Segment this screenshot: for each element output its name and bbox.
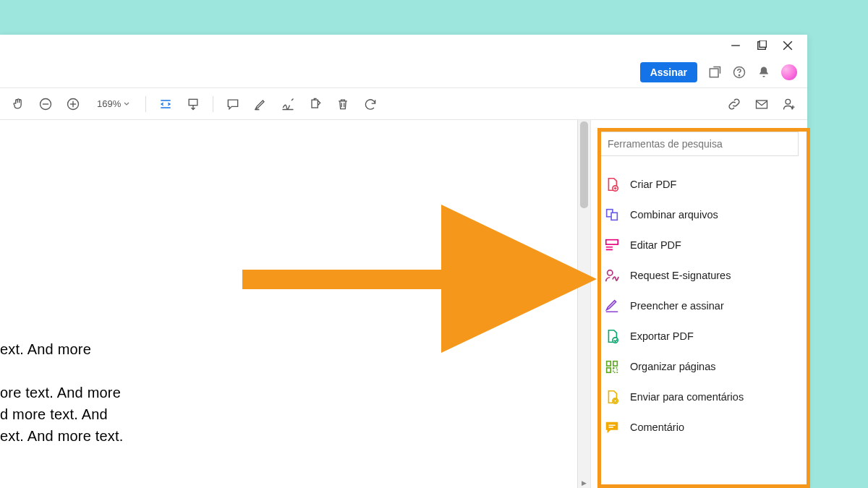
- help-icon[interactable]: [732, 65, 746, 80]
- zoom-in-icon[interactable]: [65, 96, 81, 112]
- zoom-level[interactable]: 169%: [93, 97, 134, 111]
- comment-icon[interactable]: [225, 96, 241, 112]
- fit-page-icon[interactable]: [185, 96, 201, 112]
- close-button[interactable]: [783, 40, 793, 51]
- tool-label: Preencher e assinar: [630, 300, 724, 312]
- svg-point-21: [608, 270, 613, 275]
- tool-label: Criar PDF: [630, 179, 676, 190]
- maximize-button[interactable]: [757, 40, 767, 51]
- tool-label: Editar PDF: [630, 239, 681, 251]
- svg-point-16: [786, 99, 791, 104]
- svg-rect-14: [312, 100, 318, 108]
- highlight-icon[interactable]: [252, 96, 268, 112]
- export-icon: [604, 328, 620, 344]
- tool-fill-sign[interactable]: Preencher e assinar: [600, 291, 799, 321]
- svg-rect-19: [611, 213, 617, 220]
- document-text: ext. And more ore text. And more d more …: [0, 338, 124, 447]
- tool-send-comments[interactable]: Enviar para comentários: [600, 382, 799, 412]
- svg-rect-2: [760, 40, 766, 47]
- tool-export[interactable]: Exportar PDF: [600, 321, 799, 351]
- redo-icon[interactable]: [362, 96, 378, 112]
- zoom-out-icon[interactable]: [38, 96, 54, 112]
- tool-request-sign[interactable]: Request E-signatures: [600, 260, 799, 291]
- separator: [145, 96, 146, 112]
- organize-icon: [604, 359, 620, 374]
- add-person-icon[interactable]: [781, 96, 797, 112]
- svg-rect-13: [189, 99, 197, 105]
- separator: [213, 96, 213, 112]
- svg-rect-15: [757, 100, 767, 108]
- topbar: Assinar: [0, 56, 807, 88]
- bell-icon[interactable]: [757, 65, 771, 80]
- edit-pdf-icon: [604, 237, 620, 253]
- tool-combine[interactable]: Combinar arquivos: [600, 200, 799, 230]
- minimize-button[interactable]: [731, 40, 741, 51]
- zoom-value: 169%: [97, 98, 121, 109]
- svg-rect-25: [607, 368, 611, 372]
- request-sign-icon: [604, 267, 620, 283]
- tool-label: Enviar para comentários: [630, 391, 744, 403]
- tool-edit[interactable]: Editar PDF: [600, 230, 799, 260]
- svg-rect-24: [613, 361, 618, 366]
- document-area[interactable]: ext. And more ore text. And more d more …: [0, 120, 577, 488]
- tool-create-pdf[interactable]: Criar PDF: [600, 169, 799, 200]
- email-icon[interactable]: [754, 96, 770, 112]
- tool-comment[interactable]: Comentário: [600, 412, 799, 442]
- hand-tool-icon[interactable]: [10, 96, 26, 112]
- svg-rect-23: [607, 361, 611, 366]
- tool-organize[interactable]: Organizar páginas: [600, 351, 799, 382]
- svg-point-7: [739, 74, 739, 75]
- tool-label: Organizar páginas: [630, 361, 716, 372]
- share-icon[interactable]: [707, 65, 722, 80]
- sign-icon[interactable]: [280, 96, 296, 112]
- tool-label: Exportar PDF: [630, 330, 694, 342]
- fill-sign-icon: [604, 298, 620, 314]
- svg-rect-5: [710, 69, 718, 77]
- tools-panel: Criar PDF Combinar arquivos Editar PDF R…: [590, 120, 807, 488]
- vertical-scrollbar[interactable]: ▶: [577, 120, 590, 488]
- scrollbar-arrow-icon[interactable]: ▶: [578, 478, 590, 488]
- chevron-down-icon: [124, 102, 129, 106]
- link-icon[interactable]: [726, 96, 742, 112]
- toolbar: 169%: [0, 88, 807, 120]
- svg-rect-26: [613, 368, 618, 372]
- tool-label: Comentário: [630, 421, 684, 433]
- scrollbar-thumb[interactable]: [580, 121, 588, 208]
- delete-icon[interactable]: [335, 96, 351, 112]
- svg-rect-20: [606, 240, 618, 244]
- create-pdf-icon: [604, 176, 620, 192]
- tool-label: Combinar arquivos: [630, 209, 718, 221]
- send-comments-icon: [604, 389, 620, 405]
- app-window: Assinar 169% ext. And more ore text. And…: [0, 35, 807, 488]
- titlebar: [0, 35, 807, 56]
- combine-icon: [604, 207, 620, 223]
- stamp-icon[interactable]: [307, 96, 323, 112]
- comment-tool-icon: [604, 419, 620, 435]
- fit-width-icon[interactable]: [158, 96, 174, 112]
- content-row: ext. And more ore text. And more d more …: [0, 120, 807, 488]
- avatar[interactable]: [781, 64, 797, 80]
- tool-label: Request E-signatures: [630, 270, 731, 281]
- search-input[interactable]: [600, 132, 799, 156]
- sign-in-button[interactable]: Assinar: [640, 62, 697, 82]
